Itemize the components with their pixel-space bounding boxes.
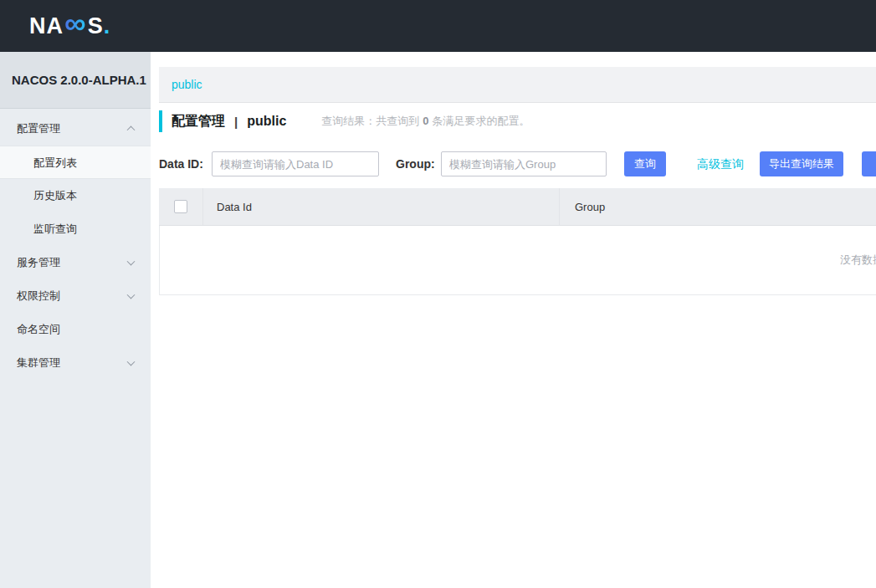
title-accent-bar xyxy=(159,110,162,132)
advanced-query-link[interactable]: 高级查询 xyxy=(697,151,744,176)
sidebar-item-cluster-management[interactable]: 集群管理 xyxy=(0,346,151,380)
sidebar-item-permission-control[interactable]: 权限控制 xyxy=(0,279,151,313)
result-count: 0 xyxy=(423,115,428,127)
nacos-console: NA∞S. NACOS 2.0.0-ALPHA.1 配置管理 配置列表 历史版本… xyxy=(0,0,876,588)
header-checkbox-cell xyxy=(159,188,202,225)
column-header-group: Group xyxy=(559,188,876,225)
result-prefix: 查询结果：共查询到 xyxy=(321,115,419,127)
export-results-button[interactable]: 导出查询结果 xyxy=(760,151,843,176)
group-label: Group: xyxy=(396,151,435,176)
nacos-logo[interactable]: NA∞S. xyxy=(29,0,110,52)
chevron-down-icon xyxy=(127,258,136,266)
sidebar-item-history-versions[interactable]: 历史版本 xyxy=(0,179,151,212)
version-header: NACOS 2.0.0-ALPHA.1 xyxy=(0,52,151,109)
chevron-up-icon xyxy=(127,125,136,134)
breadcrumb: public xyxy=(159,67,876,103)
sidebar-item-label: 监听查询 xyxy=(33,222,77,235)
query-result-summary: 查询结果：共查询到0条满足要求的配置。 xyxy=(321,114,530,129)
clipped-action-button[interactable] xyxy=(862,151,876,176)
data-id-label: Data ID: xyxy=(159,151,203,176)
title-namespace: public xyxy=(247,114,286,129)
sidebar-item-label: 历史版本 xyxy=(33,189,77,202)
sidebar-menu: 配置管理 配置列表 历史版本 监听查询 服务管理 权限控制 命名空间 xyxy=(0,109,151,380)
sidebar-item-label: 服务管理 xyxy=(17,256,60,268)
config-table-inner: Data Id Group 没有数据 xyxy=(159,188,876,295)
sidebar-item-config-management[interactable]: 配置管理 xyxy=(0,112,151,146)
chevron-down-icon xyxy=(127,358,136,366)
query-form: Data ID: Group: 查询 高级查询 导出查询结果 xyxy=(0,151,876,176)
sidebar-item-label: 集群管理 xyxy=(17,356,60,369)
empty-state-text: 没有数据 xyxy=(840,253,876,268)
group-input[interactable] xyxy=(441,151,607,176)
config-table: Data Id Group 没有数据 xyxy=(159,188,876,295)
select-all-checkbox[interactable] xyxy=(174,200,187,213)
table-header-row: Data Id Group xyxy=(159,188,876,226)
data-id-input[interactable] xyxy=(212,151,379,176)
sidebar-item-label: 配置管理 xyxy=(17,122,60,135)
sidebar: NACOS 2.0.0-ALPHA.1 配置管理 配置列表 历史版本 监听查询 … xyxy=(0,52,151,588)
table-empty-body: 没有数据 xyxy=(159,226,876,295)
result-suffix: 条满足要求的配置。 xyxy=(433,115,530,127)
logo-text-left: NA xyxy=(29,13,64,39)
page-title: 配置管理 xyxy=(172,113,225,130)
page-title-row: 配置管理 | public 查询结果：共查询到0条满足要求的配置。 xyxy=(159,109,530,134)
title-separator: | xyxy=(234,115,238,129)
sidebar-item-label: 命名空间 xyxy=(17,323,60,335)
chevron-down-icon xyxy=(127,291,136,299)
infinity-icon: ∞ xyxy=(64,11,87,36)
sidebar-item-namespace[interactable]: 命名空间 xyxy=(0,313,151,346)
sidebar-item-service-management[interactable]: 服务管理 xyxy=(0,246,151,279)
query-button[interactable]: 查询 xyxy=(624,151,666,176)
sidebar-item-label: 权限控制 xyxy=(17,289,60,302)
logo-dot: . xyxy=(104,13,111,39)
sidebar-item-listening-query[interactable]: 监听查询 xyxy=(0,212,151,246)
breadcrumb-namespace-link[interactable]: public xyxy=(172,78,202,91)
top-header-bar: NA∞S. xyxy=(0,0,876,52)
column-header-data-id: Data Id xyxy=(202,188,559,225)
logo-text-right: S xyxy=(88,13,104,39)
